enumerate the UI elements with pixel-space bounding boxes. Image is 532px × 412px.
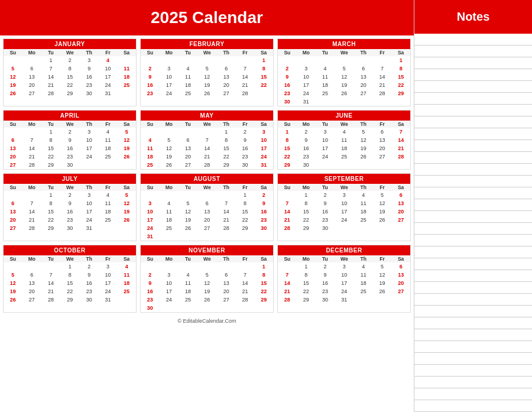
month-block: JANUARYSuMoTuWeThFrSa1234567891011121314…: [3, 38, 137, 106]
day-cell: [373, 224, 392, 232]
day-cell: 18: [335, 144, 354, 153]
notes-line[interactable]: [414, 199, 532, 211]
notes-line[interactable]: [414, 306, 532, 317]
notes-line[interactable]: [414, 69, 532, 81]
notes-line[interactable]: [414, 353, 532, 365]
day-cell: 11: [179, 73, 197, 81]
month-table: SuMoTuWeThFrSa12345678910111213141516171…: [278, 184, 410, 232]
notes-line[interactable]: [414, 116, 532, 128]
day-cell: 16: [316, 207, 335, 216]
notes-line[interactable]: [414, 282, 532, 294]
day-cell: 6: [354, 64, 373, 73]
day-header: Sa: [117, 49, 136, 56]
day-header: Sa: [117, 255, 136, 262]
day-cell: 30: [80, 296, 99, 304]
day-cell: [217, 262, 236, 271]
day-cell: 30: [316, 296, 335, 304]
day-cell: 24: [80, 216, 99, 224]
day-cell: [391, 224, 410, 232]
day-cell: 10: [335, 199, 354, 207]
day-header: Su: [4, 184, 22, 191]
notes-line[interactable]: [414, 187, 532, 199]
month-table: SuMoTuWeThFrSa12345678910111213141516171…: [4, 255, 136, 304]
day-cell: 20: [4, 216, 22, 224]
day-cell: 15: [278, 144, 297, 153]
day-cell: 12: [354, 136, 373, 144]
notes-line[interactable]: [414, 81, 532, 93]
day-cell: [278, 262, 297, 271]
day-header: Sa: [254, 255, 273, 262]
notes-line[interactable]: [414, 246, 532, 258]
day-cell: [160, 128, 179, 136]
day-cell: [117, 296, 136, 304]
month-block: DECEMBERSuMoTuWeThFrSa123456789101112131…: [277, 245, 411, 313]
notes-line[interactable]: [414, 341, 532, 353]
day-cell: [197, 128, 217, 136]
day-cell: 4: [335, 128, 354, 136]
notes-line[interactable]: [414, 270, 532, 282]
months-grid: JANUARYSuMoTuWeThFrSa1234567891011121314…: [0, 35, 414, 316]
notes-line[interactable]: [414, 105, 532, 116]
day-cell: 2: [316, 262, 335, 271]
notes-line[interactable]: [414, 211, 532, 223]
day-cell: 13: [4, 207, 22, 216]
day-header: Th: [217, 255, 236, 262]
notes-line[interactable]: [414, 258, 532, 270]
day-cell: 26: [117, 216, 136, 224]
notes-line[interactable]: [414, 388, 532, 400]
day-cell: 8: [254, 64, 273, 73]
day-cell: 13: [179, 144, 197, 153]
day-cell: 17: [335, 279, 354, 287]
notes-line[interactable]: [414, 400, 532, 412]
day-cell: 11: [179, 279, 197, 287]
day-cell: 10: [160, 73, 179, 81]
day-cell: 2: [316, 191, 335, 199]
day-header: Su: [278, 184, 297, 191]
day-cell: 29: [60, 296, 80, 304]
notes-line[interactable]: [414, 235, 532, 246]
notes-line[interactable]: [414, 93, 532, 105]
notes-line[interactable]: [414, 164, 532, 176]
day-cell: 26: [373, 216, 392, 224]
day-cell: 27: [179, 161, 197, 169]
day-cell: 30: [60, 224, 80, 232]
notes-line[interactable]: [414, 152, 532, 164]
notes-line[interactable]: [414, 365, 532, 377]
day-cell: 1: [236, 191, 255, 199]
notes-line[interactable]: [414, 34, 532, 46]
month-table: SuMoTuWeThFrSa12345678910111213141516171…: [141, 184, 273, 241]
day-header: Th: [354, 121, 373, 128]
notes-line[interactable]: [414, 377, 532, 388]
day-cell: 9: [80, 271, 99, 279]
month-table: SuMoTuWeThFrSa12345678910111213141516171…: [278, 121, 410, 169]
notes-line[interactable]: [414, 128, 532, 140]
day-cell: [297, 56, 316, 64]
day-cell: 4: [160, 199, 179, 207]
day-cell: 30: [141, 304, 160, 312]
day-header: Fr: [99, 49, 118, 56]
notes-line[interactable]: [414, 176, 532, 187]
day-cell: 8: [41, 136, 60, 144]
notes-line[interactable]: [414, 294, 532, 306]
notes-line[interactable]: [414, 46, 532, 57]
day-cell: [391, 98, 410, 106]
month-header: SEPTEMBER: [278, 174, 410, 184]
day-header: Th: [80, 121, 99, 128]
notes-line[interactable]: [414, 57, 532, 69]
day-cell: 18: [141, 153, 160, 161]
day-cell: [278, 56, 297, 64]
notes-line[interactable]: [414, 317, 532, 329]
day-cell: 10: [99, 64, 118, 73]
day-cell: 6: [217, 271, 236, 279]
day-cell: 26: [160, 161, 179, 169]
day-cell: 22: [41, 216, 60, 224]
day-cell: 12: [373, 271, 392, 279]
day-cell: 6: [391, 262, 410, 271]
day-cell: 13: [391, 199, 410, 207]
notes-line[interactable]: [414, 329, 532, 341]
notes-line[interactable]: [414, 223, 532, 235]
day-cell: 4: [179, 271, 197, 279]
day-cell: [217, 232, 236, 241]
notes-line[interactable]: [414, 140, 532, 152]
day-cell: 30: [80, 89, 99, 98]
